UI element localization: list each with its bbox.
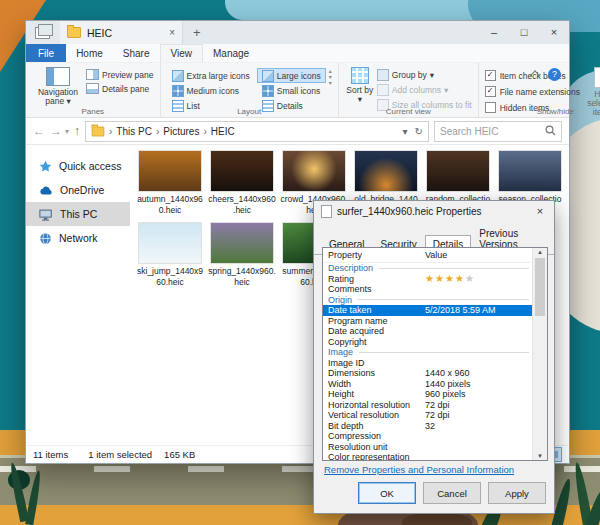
- collapse-ribbon-icon[interactable]: [529, 70, 540, 81]
- tab-file[interactable]: File: [26, 44, 66, 62]
- tab-close-icon[interactable]: ×: [169, 27, 175, 38]
- file-icon: [321, 205, 332, 218]
- maximize-button[interactable]: □: [509, 21, 539, 44]
- property-row[interactable]: Dimensions1440 x 960: [323, 368, 533, 379]
- dialog-close-icon[interactable]: ×: [526, 201, 554, 221]
- search-input[interactable]: Search HEIC: [434, 121, 562, 142]
- remove-properties-link[interactable]: Remove Properties and Personal Informati…: [324, 464, 514, 475]
- add-columns-icon: [377, 84, 389, 96]
- recent-locations-icon[interactable]: ▾: [65, 127, 69, 136]
- title-bar[interactable]: HEIC × + – □ ×: [26, 21, 569, 44]
- file-thumbnail[interactable]: [211, 223, 273, 263]
- back-icon[interactable]: ←: [33, 124, 45, 138]
- property-row[interactable]: Color representation: [323, 452, 533, 461]
- file-thumbnail[interactable]: [211, 151, 273, 191]
- gallery-more-icon[interactable]: ▾: [329, 80, 332, 86]
- details-pane-icon: [86, 83, 99, 94]
- checkbox-icon[interactable]: ✓: [485, 86, 496, 97]
- sort-by-button[interactable]: Sort by ▾: [345, 67, 375, 104]
- file-item[interactable]: ski_jump_1440x960.heic: [135, 223, 205, 295]
- cancel-button[interactable]: Cancel: [423, 482, 481, 504]
- apply-button[interactable]: Apply: [488, 482, 546, 504]
- column-value[interactable]: Value: [425, 250, 447, 260]
- file-thumbnail[interactable]: [139, 151, 201, 191]
- add-columns-button[interactable]: Add columns ▾: [377, 84, 472, 96]
- property-row[interactable]: Resolution unit: [323, 442, 533, 453]
- breadcrumb-pictures[interactable]: Pictures: [163, 126, 199, 137]
- rating-star[interactable]: ★: [465, 273, 475, 284]
- property-row[interactable]: Rating★★★★★: [323, 274, 533, 285]
- navigation-pane-label: Navigation pane: [38, 87, 78, 106]
- property-row[interactable]: Compression: [323, 431, 533, 442]
- layout-medium-icons[interactable]: Medium icons: [167, 83, 255, 98]
- sidebar-item-network[interactable]: Network: [26, 226, 130, 250]
- tab-manage[interactable]: Manage: [203, 44, 259, 62]
- navigation-pane-button[interactable]: Navigation pane ▾: [32, 67, 84, 106]
- scrollbar-thumb[interactable]: [535, 258, 545, 316]
- tab-view[interactable]: View: [160, 44, 204, 62]
- minimize-button[interactable]: –: [479, 21, 509, 44]
- breadcrumb[interactable]: › This PC › Pictures › HEIC ▾ ↻: [85, 121, 429, 142]
- help-icon[interactable]: ?: [548, 68, 561, 81]
- preview-pane-button[interactable]: Preview pane: [86, 69, 154, 80]
- file-item[interactable]: spring_1440x960.heic: [207, 223, 277, 295]
- item-count: 11 items: [33, 449, 68, 460]
- property-row[interactable]: Vertical resolution72 dpi: [323, 410, 533, 421]
- up-icon[interactable]: ↑: [74, 124, 80, 138]
- breadcrumb-this-pc[interactable]: This PC: [116, 126, 152, 137]
- tab-home[interactable]: Home: [66, 44, 113, 62]
- property-row[interactable]: Comments: [323, 284, 533, 295]
- address-dropdown-icon[interactable]: ▾: [403, 126, 408, 137]
- new-tab-button[interactable]: +: [193, 25, 201, 40]
- scroll-down-icon[interactable]: ▾: [538, 452, 542, 460]
- breadcrumb-heic[interactable]: HEIC: [211, 126, 235, 137]
- checkbox-icon[interactable]: ✓: [485, 70, 496, 81]
- explorer-tab[interactable]: HEIC ×: [60, 21, 183, 44]
- file-name: ski_jump_1440x960.heic: [137, 266, 203, 287]
- rating-star[interactable]: ★: [435, 273, 445, 284]
- dialog-title-bar[interactable]: surfer_1440x960.heic Properties ×: [314, 201, 554, 221]
- sidebar-item-quick-access[interactable]: Quick access: [26, 154, 130, 178]
- property-row[interactable]: Copyright: [323, 337, 533, 348]
- details-pane-button[interactable]: Details pane: [86, 83, 154, 94]
- layout-small-icons[interactable]: Small icons: [257, 83, 326, 98]
- file-thumbnail[interactable]: [283, 151, 345, 191]
- preview-pane-icon: [86, 69, 99, 80]
- group-by-button[interactable]: Group by ▾: [377, 69, 472, 81]
- property-row[interactable]: Program name: [323, 316, 533, 327]
- scroll-up-icon[interactable]: ▴: [538, 248, 542, 256]
- rating-star[interactable]: ★: [425, 273, 435, 284]
- forward-icon[interactable]: →: [50, 124, 62, 138]
- rating-star[interactable]: ★: [455, 273, 465, 284]
- property-row[interactable]: Horizontal resolution72 dpi: [323, 400, 533, 411]
- dialog-scrollbar[interactable]: ▴ ▾: [532, 248, 547, 460]
- property-row[interactable]: Date taken5/2/2018 5:59 AM: [323, 305, 533, 316]
- refresh-icon[interactable]: ↻: [415, 126, 423, 137]
- property-row[interactable]: Date acquired: [323, 326, 533, 337]
- layout-large-icons[interactable]: Large icons: [257, 68, 326, 83]
- file-thumbnail[interactable]: [427, 151, 489, 191]
- rating-star[interactable]: ★: [445, 273, 455, 284]
- sidebar-item-onedrive[interactable]: OneDrive: [26, 178, 130, 202]
- file-thumbnail[interactable]: [139, 223, 201, 263]
- property-row[interactable]: Image ID: [323, 358, 533, 369]
- ribbon-group-current-view: Sort by ▾ Group by ▾ Add columns ▾ Size …: [339, 63, 479, 117]
- file-thumbnail[interactable]: [499, 151, 561, 191]
- ok-button[interactable]: OK: [358, 482, 416, 504]
- property-row[interactable]: Width1440 pixels: [323, 379, 533, 390]
- layout-extra-large-icons[interactable]: Extra large icons: [167, 68, 255, 83]
- file-item[interactable]: autumn_1440x960.heic: [135, 151, 205, 223]
- sidebar-item-this-pc[interactable]: This PC: [26, 202, 130, 226]
- close-button[interactable]: ×: [539, 21, 569, 44]
- tab-share[interactable]: Share: [113, 44, 160, 62]
- file-item[interactable]: cheers_1440x960.heic: [207, 151, 277, 223]
- search-icon[interactable]: [545, 125, 556, 138]
- ribbon-checkbox[interactable]: ✓File name extensions: [485, 85, 580, 98]
- properties-list-rows: DescriptionRating★★★★★CommentsOriginDate…: [323, 263, 533, 460]
- property-row[interactable]: Height960 pixels: [323, 389, 533, 400]
- chevron-down-icon: ▾: [67, 96, 71, 106]
- column-property[interactable]: Property: [323, 250, 425, 260]
- navigation-pane: Quick access OneDrive This PC Network: [26, 145, 130, 445]
- file-thumbnail[interactable]: [355, 151, 417, 191]
- property-row[interactable]: Bit depth32: [323, 421, 533, 432]
